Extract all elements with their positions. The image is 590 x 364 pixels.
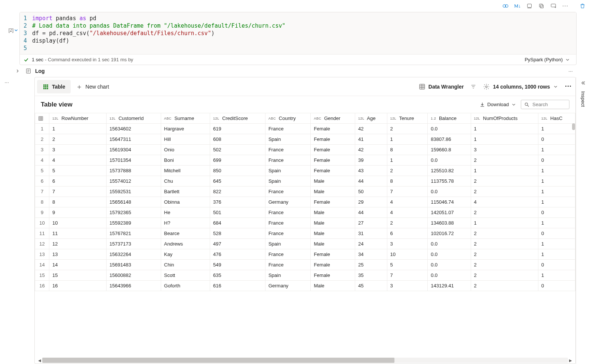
download-button[interactable]: Download xyxy=(480,102,516,107)
data-wrangler-button[interactable]: Data Wrangler xyxy=(419,83,464,90)
table-row[interactable]: 111115767821Bearce528FranceMale316102016… xyxy=(35,228,575,239)
column-header[interactable] xyxy=(35,113,49,124)
output-collapse-icon[interactable]: ··· xyxy=(0,77,13,364)
horizontal-scrollbar[interactable]: ◀ ▶ xyxy=(35,357,575,364)
table-row[interactable]: 141415691483Chin549FranceFemale2550.020 xyxy=(35,260,575,270)
download-icon xyxy=(480,102,485,107)
svg-line-29 xyxy=(528,105,529,107)
run-below-icon[interactable] xyxy=(524,1,535,10)
inspect-label[interactable]: Inspect xyxy=(580,91,586,107)
log-icon xyxy=(25,68,31,74)
output-more-icon[interactable]: ··· xyxy=(565,83,572,90)
column-header[interactable]: 12L CustomerId xyxy=(106,113,161,124)
table-row[interactable]: 101015592389H?684FranceMale272134603.881… xyxy=(35,218,575,228)
svg-rect-11 xyxy=(45,84,46,86)
column-header[interactable]: 12L RowNumber xyxy=(49,113,107,124)
column-header[interactable]: 12L HasC xyxy=(538,113,575,124)
cell-index: [2] xyxy=(0,12,13,33)
svg-rect-17 xyxy=(45,88,46,89)
output-panel: Table ＋ New chart Data Wrangler 14 colum… xyxy=(34,77,576,364)
copy-icon[interactable] xyxy=(536,1,547,10)
exec-duration: 1 sec xyxy=(32,57,43,62)
vertical-scrollbar[interactable] xyxy=(572,123,575,130)
code-editor[interactable]: 12345 import pandas as pd# Load data int… xyxy=(20,12,576,54)
column-header[interactable]: 1.2 Balance xyxy=(428,113,471,124)
table-tab[interactable]: Table xyxy=(37,80,71,93)
svg-rect-30 xyxy=(39,116,43,120)
inspect-rail: Inspect xyxy=(576,77,590,364)
table-icon xyxy=(42,83,49,90)
more-icon[interactable]: ··· xyxy=(560,1,571,10)
table-row[interactable]: 6615574012Chu645SpainMale448113755.7821 xyxy=(35,176,575,186)
collapse-code-icon[interactable] xyxy=(13,12,19,33)
table-row[interactable]: 3315619304Onio502FranceFemale428159660.8… xyxy=(35,145,575,155)
gear-icon xyxy=(483,83,490,90)
exec-meta: - Command executed in 1 sec 191 ms by xyxy=(45,57,133,62)
markdown-icon[interactable]: M↓ xyxy=(512,1,523,10)
search-icon xyxy=(524,102,529,107)
table-row[interactable]: 121215737173Andrews497SpainMale2430.021 xyxy=(35,239,575,249)
success-icon xyxy=(24,57,29,62)
link-cells-icon[interactable] xyxy=(500,1,511,10)
column-header[interactable]: ABC Country xyxy=(265,113,310,124)
svg-rect-18 xyxy=(47,88,48,89)
code-cell: 12345 import pandas as pd# Load data int… xyxy=(19,12,577,65)
svg-rect-2 xyxy=(528,4,532,7)
svg-rect-12 xyxy=(47,84,48,86)
log-label[interactable]: Log xyxy=(35,68,45,74)
table-row[interactable]: 8815656148Obinna376GermanyFemale29411504… xyxy=(35,197,575,207)
column-header[interactable]: 12L NumOfProducts xyxy=(471,113,538,124)
cell-toolbar: M↓ ··· xyxy=(0,0,590,12)
column-header[interactable]: 12L Age xyxy=(355,113,387,124)
table-row[interactable]: 2215647311Hill608SpainFemale41183807.861… xyxy=(35,134,575,145)
table-row[interactable]: 9915792365He501FranceMale444142051.0720 xyxy=(35,207,575,218)
column-header[interactable]: ABC Surname xyxy=(161,113,210,124)
svg-rect-19 xyxy=(420,84,425,89)
column-header[interactable]: 12L CreditScore xyxy=(210,113,265,124)
svg-rect-13 xyxy=(43,86,44,87)
table-row[interactable]: 7715592531Bartlett822FranceMale5070.021 xyxy=(35,186,575,197)
table-view-title: Table view xyxy=(41,101,73,108)
expand-log-icon[interactable] xyxy=(15,68,20,74)
kernel-selector[interactable]: PySpark (Python) xyxy=(525,57,570,62)
new-chart-label: New chart xyxy=(86,84,109,90)
svg-rect-16 xyxy=(43,88,44,89)
table-row[interactable]: 151515600882Scott635SpainFemale3570.021 xyxy=(35,270,575,281)
table-row[interactable]: 1115634602Hargrave619FranceFemale4220.01… xyxy=(35,124,575,134)
svg-rect-4 xyxy=(540,4,543,7)
plus-icon: ＋ xyxy=(76,82,83,91)
table-row[interactable]: 161615643966Goforth616GermanyMale4531431… xyxy=(35,281,575,291)
status-bar: 1 sec - Command executed in 1 sec 191 ms… xyxy=(20,54,576,65)
column-header[interactable]: 12L Tenure xyxy=(387,113,428,124)
column-header[interactable]: ABC Gender xyxy=(311,113,355,124)
table-row[interactable]: 5515737888Mitchell850SpainFemale43212551… xyxy=(35,166,575,176)
data-table[interactable]: 12L RowNumber12L CustomerIdABC Surname12… xyxy=(35,113,575,357)
search-input[interactable] xyxy=(521,100,569,109)
collapse-rail-icon[interactable] xyxy=(580,80,586,86)
svg-rect-10 xyxy=(43,84,44,86)
columns-summary-button[interactable]: 14 columns, 1000 rows xyxy=(483,83,558,90)
new-chart-button[interactable]: ＋ New chart xyxy=(71,80,114,93)
delete-icon[interactable] xyxy=(577,1,588,10)
svg-rect-15 xyxy=(47,86,48,87)
log-more-icon[interactable]: ··· xyxy=(568,68,573,74)
svg-rect-5 xyxy=(551,4,556,7)
table-tab-label: Table xyxy=(52,84,65,90)
wrangler-icon xyxy=(419,83,425,90)
svg-rect-14 xyxy=(45,86,46,87)
table-row[interactable]: 4415701354Boni699FranceFemale3910.020 xyxy=(35,155,575,166)
svg-point-28 xyxy=(525,103,528,105)
svg-rect-3 xyxy=(540,5,543,8)
table-row[interactable]: 131315632264Kay476FranceFemale34100.021 xyxy=(35,249,575,260)
svg-point-27 xyxy=(486,86,488,87)
add-cell-below-icon[interactable] xyxy=(548,1,559,10)
filter-icon[interactable] xyxy=(470,84,476,90)
